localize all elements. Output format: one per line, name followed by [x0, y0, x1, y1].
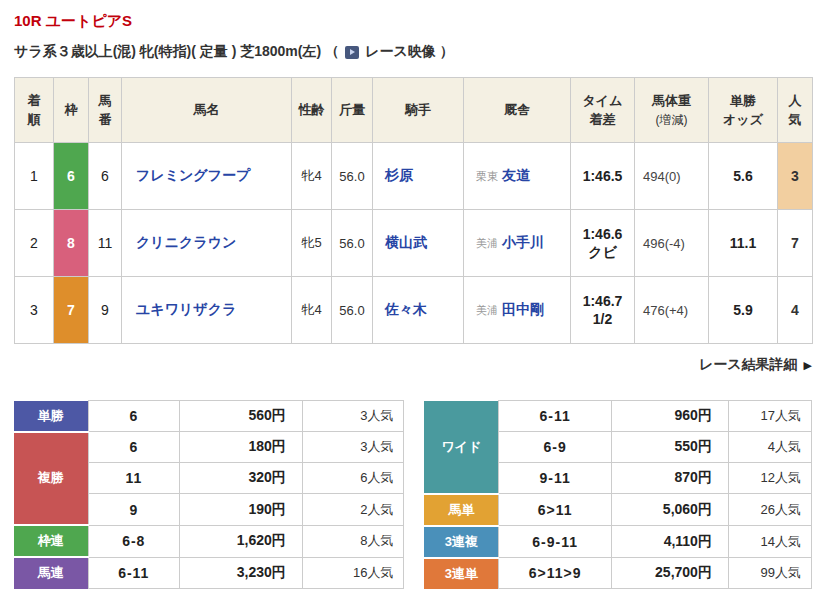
- sex-age: 牝4: [292, 277, 332, 344]
- time-margin: 1:46.5: [571, 143, 635, 210]
- trainer-link[interactable]: 友道: [502, 167, 530, 183]
- payout-combination: 6-11: [88, 557, 179, 588]
- payout-popularity: 2人気: [302, 494, 404, 525]
- video-icon[interactable]: [345, 46, 359, 59]
- payout-type-wakuren: 枠連: [14, 525, 88, 557]
- col-header-pop: 人 気: [778, 78, 813, 143]
- horse-name-link[interactable]: クリニクラウン: [136, 234, 236, 250]
- payout-type-umaren: 馬連: [14, 557, 88, 588]
- time-margin: 1:46.6 クビ: [571, 210, 635, 277]
- win-odds: 11.1: [709, 210, 778, 277]
- payout-type-wide: ワイド: [424, 401, 498, 494]
- stable-region: 美浦: [476, 304, 498, 316]
- carried-weight: 56.0: [332, 210, 373, 277]
- col-header-stable: 厩舎: [464, 78, 571, 143]
- jockey-cell: 佐々木: [373, 277, 464, 344]
- sex-age: 牝5: [292, 210, 332, 277]
- jockey-cell: 杉原: [373, 143, 464, 210]
- popularity: 7: [778, 210, 813, 277]
- payout-combination: 6>11>9: [499, 558, 611, 589]
- jockey-link[interactable]: 杉原: [385, 167, 413, 183]
- waku-number: 8: [54, 210, 89, 277]
- page-title: 10R ユートピアS: [14, 12, 812, 31]
- col-header-time: タイム 着差: [571, 78, 635, 143]
- payout-row-wide-1: ワイド 6-11 960円 17人気: [424, 401, 811, 432]
- payout-combination: 9: [88, 494, 179, 525]
- right-arrow-icon: ▶: [804, 359, 812, 371]
- stable-cell: 美浦田中剛: [464, 277, 571, 344]
- col-header-bodyweight: 馬体重(増減): [635, 78, 709, 143]
- col-header-rank: 着 順: [15, 78, 54, 143]
- horse-name-link[interactable]: ユキワリザクラ: [136, 301, 236, 317]
- jockey-link[interactable]: 横山武: [385, 234, 427, 250]
- col-header-name: 馬名: [122, 78, 292, 143]
- payout-row-sanrenpuku: 3連複 6-9-11 4,110円 14人気: [424, 526, 811, 558]
- payout-popularity: 16人気: [302, 557, 404, 588]
- payout-popularity: 17人気: [728, 401, 811, 432]
- race-result-details-link[interactable]: レース結果詳細▶: [14, 356, 812, 374]
- payout-type-tansho: 単勝: [14, 401, 88, 432]
- horse-weight: 494(0): [635, 143, 709, 210]
- payout-table-left: 単勝 6 560円 3人気 複勝 6 180円 3人気 11 320円 6人気 …: [14, 400, 404, 589]
- payout-popularity: 99人気: [728, 558, 811, 589]
- payout-section: 単勝 6 560円 3人気 複勝 6 180円 3人気 11 320円 6人気 …: [14, 400, 812, 589]
- paren-open: （: [325, 43, 339, 61]
- payout-amount: 1,620円: [179, 525, 302, 557]
- payout-amount: 560円: [179, 401, 302, 432]
- jockey-cell: 横山武: [373, 210, 464, 277]
- stable-region: 栗東: [476, 170, 498, 182]
- waku-number: 7: [54, 277, 89, 344]
- payout-row-fukusho-1: 複勝 6 180円 3人気: [14, 432, 404, 463]
- payout-popularity: 8人気: [302, 525, 404, 557]
- payout-row-wakuren: 枠連 6-8 1,620円 8人気: [14, 525, 404, 557]
- payout-type-umatan: 馬単: [424, 494, 498, 526]
- payout-amount: 180円: [179, 432, 302, 463]
- payout-combination: 6>11: [499, 494, 611, 526]
- horse-number: 9: [89, 277, 122, 344]
- payout-popularity: 3人気: [302, 401, 404, 432]
- trainer-link[interactable]: 小手川: [502, 234, 544, 250]
- payout-row-umaren: 馬連 6-11 3,230円 16人気: [14, 557, 404, 588]
- col-header-jockey: 騎手: [373, 78, 464, 143]
- race-conditions-text: サラ系３歳以上(混) 牝(特指)( 定量 ) 芝1800m(左): [14, 43, 321, 61]
- waku-number: 6: [54, 143, 89, 210]
- payout-combination: 6-9-11: [499, 526, 611, 558]
- results-header-row: 着 順 枠 馬 番 馬名 性齢 斤量 騎手 厩舎 タイム 着差 馬体重(増減) …: [15, 78, 813, 143]
- result-row-2: 2 8 11 クリニクラウン 牝5 56.0 横山武 美浦小手川 1:46.6 …: [15, 210, 813, 277]
- horse-name-link[interactable]: フレミングフープ: [136, 167, 250, 183]
- race-result-page: 10R ユートピアS サラ系３歳以上(混) 牝(特指)( 定量 ) 芝1800m…: [0, 0, 826, 589]
- payout-combination: 9-11: [499, 463, 611, 494]
- payout-combination: 11: [88, 463, 179, 494]
- payout-combination: 6-9: [499, 432, 611, 463]
- finish-rank: 2: [15, 210, 54, 277]
- payout-popularity: 4人気: [728, 432, 811, 463]
- horse-name-cell: フレミングフープ: [122, 143, 292, 210]
- finish-rank: 1: [15, 143, 54, 210]
- jockey-link[interactable]: 佐々木: [385, 301, 427, 317]
- race-conditions: サラ系３歳以上(混) 牝(特指)( 定量 ) 芝1800m(左) （ レース映像…: [14, 43, 812, 61]
- win-odds: 5.6: [709, 143, 778, 210]
- horse-weight: 476(+4): [635, 277, 709, 344]
- trainer-link[interactable]: 田中剛: [502, 301, 544, 317]
- payout-row-umatan: 馬単 6>11 5,060円 26人気: [424, 494, 811, 526]
- popularity: 4: [778, 277, 813, 344]
- col-header-num: 馬 番: [89, 78, 122, 143]
- payout-amount: 320円: [179, 463, 302, 494]
- payout-combination: 6-11: [499, 401, 611, 432]
- payout-combination: 6-8: [88, 525, 179, 557]
- payout-popularity: 3人気: [302, 432, 404, 463]
- payout-amount: 870円: [611, 463, 728, 494]
- sex-age: 牝4: [292, 143, 332, 210]
- payout-popularity: 14人気: [728, 526, 811, 558]
- race-video-link[interactable]: レース映像: [365, 43, 436, 61]
- col-header-odds: 単勝 オッズ: [709, 78, 778, 143]
- horse-weight: 496(-4): [635, 210, 709, 277]
- stable-cell: 美浦小手川: [464, 210, 571, 277]
- result-row-3: 3 7 9 ユキワリザクラ 牝4 56.0 佐々木 美浦田中剛 1:46.7 1…: [15, 277, 813, 344]
- payout-amount: 25,700円: [611, 558, 728, 589]
- result-row-1: 1 6 6 フレミングフープ 牝4 56.0 杉原 栗東友道 1:46.5 49…: [15, 143, 813, 210]
- carried-weight: 56.0: [332, 277, 373, 344]
- payout-amount: 550円: [611, 432, 728, 463]
- time-margin: 1:46.7 1/2: [571, 277, 635, 344]
- payout-amount: 5,060円: [611, 494, 728, 526]
